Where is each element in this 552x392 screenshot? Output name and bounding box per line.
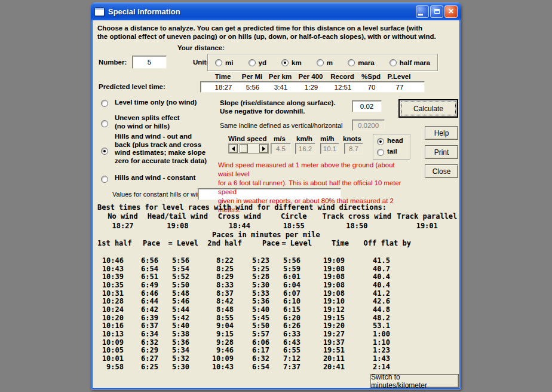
paces-cell: 1:00 bbox=[345, 330, 390, 338]
paces-cell: 8:29 bbox=[189, 272, 234, 281]
best-times-value: 18:50 bbox=[319, 222, 394, 230]
paces-row: 10:016:275:3210:096:327:1220:111:43 bbox=[97, 354, 390, 363]
unit-option-m[interactable]: m bbox=[317, 59, 333, 66]
mode-line: Level time only (no wind) bbox=[115, 99, 197, 107]
maximize-button[interactable] bbox=[430, 5, 443, 18]
paces-cell: 19:27 bbox=[300, 330, 345, 338]
intro-line-1: Choose a distance to analyze. You can ge… bbox=[97, 24, 457, 32]
desktop: { "window": { "title": "Special Informat… bbox=[0, 0, 552, 392]
radio-tail-wind[interactable] bbox=[377, 149, 384, 156]
predicted-header-record: Record bbox=[327, 73, 358, 80]
paces-cell: 6:32 bbox=[124, 338, 158, 347]
radio-level-time-only[interactable] bbox=[101, 100, 108, 107]
paces-cell: 7:12 bbox=[269, 354, 300, 363]
wind-mih-box: 10.1 bbox=[320, 143, 339, 154]
paces-cell: 10:35 bbox=[97, 281, 124, 289]
paces-header: Time bbox=[312, 239, 349, 247]
paces-cell: 8:33 bbox=[189, 281, 234, 289]
paces-cell: 1:43 bbox=[345, 354, 390, 363]
best-times-col: Cross wind 18:44 bbox=[211, 212, 269, 230]
paces-cell: 6:25 bbox=[124, 363, 158, 371]
paces-cell: 10:24 bbox=[97, 305, 124, 314]
close-window-button[interactable]: ✕ bbox=[444, 5, 458, 18]
radio-hills-wind-out-back[interactable] bbox=[101, 148, 108, 155]
paces-cell: 5:59 bbox=[269, 265, 300, 273]
switch-units-button[interactable]: Switch to minutes/kilometer bbox=[370, 374, 459, 388]
slope-input[interactable]: 0.02 bbox=[352, 100, 382, 112]
best-times-header: Head/tail wind bbox=[145, 212, 211, 220]
wind-scrollbar-right-button[interactable] bbox=[259, 144, 268, 153]
minimize-button[interactable] bbox=[416, 5, 429, 18]
paces-title: Paces in minutes per mile bbox=[212, 231, 320, 239]
paces-cell: 10:13 bbox=[97, 330, 124, 338]
paces-header: 1st half bbox=[97, 239, 129, 247]
paces-cell: 6:46 bbox=[124, 289, 158, 298]
predicted-header-per-mi: Per Mi bbox=[238, 73, 266, 80]
number-input[interactable]: 5 bbox=[132, 56, 167, 69]
mode-line: back (plus track and cross bbox=[115, 141, 207, 149]
paces-cell: 10:43 bbox=[189, 363, 234, 371]
paces-cell: 44.8 bbox=[345, 305, 390, 314]
paces-row: 10:436:545:548:255:255:5919:0840.7 bbox=[97, 265, 390, 273]
unit-option-yd[interactable]: yd bbox=[249, 59, 266, 66]
paces-cell: 5:45 bbox=[234, 314, 269, 322]
paces-cell: 10:28 bbox=[97, 297, 124, 305]
radio-yd[interactable] bbox=[249, 59, 256, 66]
title-bar[interactable]: Special Information ✕ bbox=[91, 2, 461, 20]
help-button[interactable]: Help bbox=[425, 126, 458, 140]
unit-option-mara[interactable]: mara bbox=[348, 59, 375, 66]
radio-m[interactable] bbox=[317, 59, 324, 66]
wind-scrollbar-thumb[interactable] bbox=[240, 144, 248, 153]
paces-cell: 41.2 bbox=[345, 289, 390, 298]
best-times-value: 18:27 bbox=[101, 222, 145, 230]
unit-option-km[interactable]: km bbox=[281, 59, 302, 66]
predicted-value-time: 18:27 bbox=[208, 84, 239, 91]
best-times-col: Track parallel 19:01 bbox=[394, 212, 459, 230]
radio-head-wind[interactable] bbox=[377, 138, 384, 145]
best-times-col: Track cross wind 18:50 bbox=[319, 212, 394, 230]
paces-cell: 5:52 bbox=[158, 272, 189, 281]
mode-line: Hills and wind - out and bbox=[115, 133, 207, 141]
radio-uneven-splits[interactable] bbox=[101, 120, 108, 127]
unit-option-mi[interactable]: mi bbox=[215, 59, 233, 66]
predicted-values-box: 18:27 5:56 3:41 1:29 12:51 70 77 bbox=[200, 81, 425, 93]
close-button[interactable]: Close bbox=[425, 164, 458, 178]
radio-mi[interactable] bbox=[215, 59, 222, 66]
paces-cell: 6:34 bbox=[124, 330, 158, 338]
paces-cell: 19:15 bbox=[300, 314, 345, 322]
paces-row: 10:166:375:409:045:506:2619:2053.1 bbox=[97, 322, 390, 330]
right-arrow-icon bbox=[262, 146, 265, 151]
predicted-header-row: Time Per Mi Per km Per 400 Record %Spd P… bbox=[200, 73, 425, 80]
wind-speed-scrollbar[interactable] bbox=[228, 143, 269, 154]
paces-cell: 20:41 bbox=[300, 363, 345, 371]
mode-line: zero for accurate track data) bbox=[115, 157, 207, 166]
head-wind-label: head bbox=[387, 137, 403, 144]
radio-mara[interactable] bbox=[348, 59, 355, 66]
paces-cell: 19:09 bbox=[300, 256, 345, 265]
paces-cell: 6:10 bbox=[269, 297, 300, 305]
paces-cell: 6:17 bbox=[234, 346, 269, 354]
left-arrow-icon bbox=[232, 146, 235, 151]
number-label: Number: bbox=[99, 59, 127, 66]
paces-cell: 5:50 bbox=[158, 281, 189, 289]
paces-cell: 10:31 bbox=[97, 289, 124, 298]
radio-hills-wind-constant[interactable] bbox=[101, 176, 108, 183]
paces-cell: 10:05 bbox=[97, 346, 124, 354]
paces-cell: 6:07 bbox=[269, 289, 300, 298]
paces-cell: 10:46 bbox=[97, 256, 124, 265]
best-times-col: Head/tail wind 19:08 bbox=[145, 212, 211, 230]
radio-half-mara[interactable] bbox=[390, 59, 397, 66]
print-button[interactable]: Print bbox=[425, 145, 458, 159]
units-frame: mi yd km m mara bbox=[207, 54, 438, 71]
calculate-button[interactable]: Calculate bbox=[399, 100, 458, 117]
unit-option-half-mara[interactable]: half mara bbox=[390, 59, 430, 66]
paces-cell: 19:51 bbox=[300, 346, 345, 354]
radio-km[interactable] bbox=[281, 59, 289, 66]
paces-row: 10:356:495:508:335:306:0419:0840.4 bbox=[97, 281, 390, 289]
unit-label-m: m bbox=[327, 59, 333, 66]
wind-scrollbar-left-button[interactable] bbox=[229, 144, 238, 153]
paces-cell: 10:09 bbox=[97, 338, 124, 347]
window-title: Special Information bbox=[108, 7, 415, 16]
paces-cell: 48.2 bbox=[345, 314, 390, 322]
paces-cell: 6:15 bbox=[269, 305, 300, 314]
